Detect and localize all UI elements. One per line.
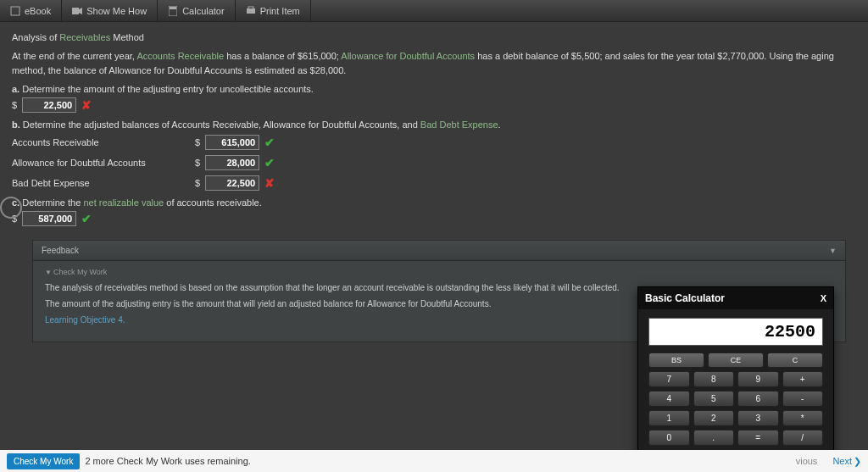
- question-a: a. Determine the amount of the adjusting…: [12, 84, 856, 94]
- calc-plus-button[interactable]: +: [782, 371, 824, 387]
- feedback-header[interactable]: Feedback ▼: [33, 241, 845, 261]
- calculator-top-row: BS CE C: [638, 353, 833, 371]
- answer-b3-input[interactable]: [205, 175, 259, 191]
- calculator-titlebar[interactable]: Basic Calculator X: [638, 287, 833, 309]
- topbar-ebook[interactable]: eBook: [0, 0, 62, 21]
- row-label: Accounts Receivable: [12, 137, 190, 147]
- table-row: Bad Debt Expense $ ✘: [12, 175, 856, 191]
- answer-b2-input[interactable]: [205, 155, 259, 170]
- mark-correct-icon: ✔: [81, 212, 92, 225]
- topbar-show-label: Show Me How: [86, 6, 147, 16]
- calc-ce-button[interactable]: CE: [708, 353, 764, 368]
- book-icon: [10, 6, 20, 16]
- calc-9-button[interactable]: 9: [737, 371, 779, 387]
- footer-left: Check My Work 2 more Check My Work uses …: [7, 453, 251, 469]
- caret-icon: ▼: [45, 269, 52, 276]
- calculator-keypad: 7 8 9 + 4 5 6 - 1 2 3 * 0 . = /: [638, 371, 833, 456]
- calc-6-button[interactable]: 6: [737, 391, 779, 407]
- previous-link[interactable]: vious: [796, 456, 818, 466]
- row-label: Bad Debt Expense: [12, 178, 190, 188]
- answer-b-table: Accounts Receivable $ ✔ Allowance for Do…: [12, 135, 856, 191]
- svg-marker-2: [79, 8, 82, 14]
- calc-4-button[interactable]: 4: [648, 391, 690, 407]
- mark-wrong-icon: ✘: [81, 98, 92, 112]
- answer-c-input[interactable]: [22, 211, 76, 226]
- calc-c-button[interactable]: C: [767, 353, 823, 368]
- mark-correct-icon: ✔: [264, 136, 275, 149]
- question-b: b. Determine the adjusted balances of Ac…: [12, 119, 856, 130]
- calc-2-button[interactable]: 2: [693, 410, 735, 426]
- calc-mult-button[interactable]: *: [782, 410, 824, 426]
- calculator-display: 22500: [648, 318, 823, 346]
- collapse-icon: ▼: [829, 247, 837, 255]
- topbar-ebook-label: eBook: [25, 6, 51, 16]
- feedback-cmw: ▼Check My Work: [45, 268, 833, 276]
- calc-dot-button[interactable]: .: [693, 430, 735, 446]
- mark-correct-icon: ✔: [264, 156, 275, 169]
- topbar-print[interactable]: Print Item: [236, 0, 311, 21]
- svg-rect-0: [11, 7, 19, 15]
- intro-paragraph: At the end of the current year, Accounts…: [12, 49, 856, 77]
- row-label: Allowance for Doubtful Accounts: [12, 158, 190, 168]
- page-title: Analysis of Receivables Method: [12, 32, 856, 42]
- calc-0-button[interactable]: 0: [648, 430, 690, 446]
- table-row: Allowance for Doubtful Accounts $ ✔: [12, 155, 856, 170]
- next-link[interactable]: Next ❯: [832, 456, 861, 467]
- table-row: Accounts Receivable $ ✔: [12, 135, 856, 150]
- cmw-remaining-label: 2 more Check My Work uses remaining.: [85, 456, 250, 466]
- answer-a-input[interactable]: [22, 97, 76, 113]
- answer-a-row: $ ✘: [12, 97, 856, 113]
- calculator-icon: [168, 6, 178, 16]
- answer-b1-input[interactable]: [205, 135, 259, 150]
- calc-minus-button[interactable]: -: [782, 391, 824, 407]
- question-c: c. Determine the net realizable value of…: [12, 197, 856, 208]
- print-icon: [246, 6, 256, 16]
- dollar-sign: $: [12, 100, 17, 110]
- calc-bs-button[interactable]: BS: [648, 353, 704, 368]
- calculator-widget[interactable]: Basic Calculator X 22500 BS CE C 7 8 9 +…: [637, 286, 834, 457]
- svg-rect-1: [72, 8, 79, 14]
- calc-div-button[interactable]: /: [782, 430, 824, 446]
- topbar: eBook Show Me How Calculator Print Item: [0, 0, 868, 22]
- topbar-calculator[interactable]: Calculator: [158, 0, 236, 21]
- mark-wrong-icon: ✘: [264, 176, 275, 190]
- video-icon: [72, 6, 82, 16]
- calc-1-button[interactable]: 1: [648, 410, 690, 426]
- footer-right: vious Next ❯: [796, 456, 861, 467]
- topbar-print-label: Print Item: [260, 6, 300, 16]
- topbar-calc-label: Calculator: [182, 6, 225, 16]
- circle-marker: [0, 197, 22, 219]
- calc-8-button[interactable]: 8: [693, 371, 735, 387]
- chevron-right-icon: ❯: [854, 456, 861, 467]
- calc-eq-button[interactable]: =: [737, 430, 779, 446]
- calc-3-button[interactable]: 3: [737, 410, 779, 426]
- feedback-title: Feedback: [42, 246, 79, 255]
- answer-c-row: $ ✔: [12, 211, 856, 226]
- calculator-title-label: Basic Calculator: [645, 292, 725, 304]
- check-my-work-button[interactable]: Check My Work: [7, 453, 80, 469]
- calc-7-button[interactable]: 7: [648, 371, 690, 387]
- svg-rect-6: [248, 7, 253, 9]
- topbar-show-me-how[interactable]: Show Me How: [62, 0, 158, 21]
- close-icon[interactable]: X: [821, 293, 826, 303]
- calc-5-button[interactable]: 5: [693, 391, 735, 407]
- footer-bar: Check My Work 2 more Check My Work uses …: [0, 450, 868, 472]
- svg-rect-4: [170, 7, 176, 9]
